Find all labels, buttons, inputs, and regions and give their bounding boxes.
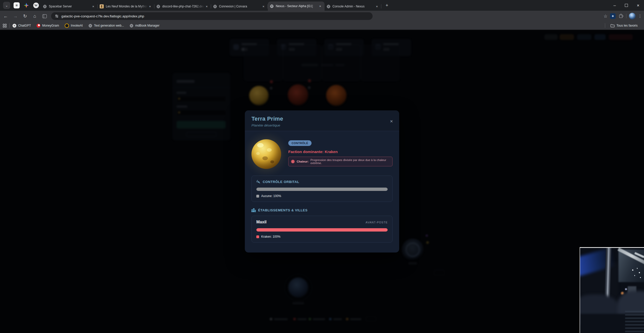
bookmark-star-icon[interactable]: ☆ <box>604 14 607 19</box>
browser-tab-strip: ⌄ ✳ W Spacebar Server ✕ Les Neuf Mondes … <box>0 0 644 11</box>
modal-header: Terra Prime Planète désertique ✕ <box>245 110 399 131</box>
tab-title: Nexus - Secteur Alpha [G1] <box>276 4 318 8</box>
close-icon: ✕ <box>637 4 640 7</box>
close-tab-icon[interactable]: ✕ <box>91 4 96 9</box>
extension-badge-icon[interactable]: ❖ <box>610 13 616 19</box>
globe-icon <box>43 5 47 8</box>
modal-close-button[interactable]: ✕ <box>390 119 393 124</box>
status-badge: CONTRÔLÉ <box>288 140 312 146</box>
warning-text: Progression des troupes divisée par deux… <box>310 158 390 165</box>
picture-in-picture-video[interactable] <box>580 247 644 333</box>
bookmark-label: mdBook Manager <box>135 24 159 27</box>
invokeai-icon <box>65 24 69 28</box>
bookmark-label: Text generation web... <box>94 24 124 27</box>
tab-title: Console Admin - Nexus <box>332 5 375 8</box>
bookmark-moneygram[interactable]: MoneyGram <box>37 24 59 28</box>
gemini-star-icon <box>24 3 29 8</box>
maximize-icon <box>625 4 628 7</box>
apps-button[interactable] <box>3 24 7 28</box>
back-icon: ← <box>3 14 8 19</box>
tab-discord-like-php-chat[interactable]: discord-like-php-chat-7262.dev ✕ <box>154 2 211 11</box>
pip-scene-blinds <box>625 311 644 333</box>
orbital-legend-text: Aucune: 100% <box>261 194 281 198</box>
window-controls: ─ ✕ <box>609 0 644 11</box>
folder-icon <box>611 24 615 27</box>
settlement-type-label: AVANT-POSTE <box>366 221 388 224</box>
forward-icon: → <box>13 14 18 19</box>
settlement-card: Maxil AVANT-POSTE Kraken: 100% <box>251 216 393 243</box>
bookmark-chatgpt[interactable]: ✳ ChatGPT <box>13 24 31 28</box>
window-minimize-button[interactable]: ─ <box>609 0 620 11</box>
orbital-control-bar <box>256 188 388 191</box>
new-tab-button[interactable]: + <box>383 2 390 9</box>
browser-menu-icon[interactable]: ⋮ <box>638 14 642 18</box>
pinned-tab-wordpress[interactable]: W <box>32 2 40 9</box>
settlement-name: Maxil <box>256 220 267 224</box>
url-text: galactic-pve-conquest-c7fe.dev.flatlogic… <box>61 14 144 18</box>
profile-avatar[interactable] <box>629 13 636 19</box>
bookmark-text-generation[interactable]: Text generation web... <box>88 24 124 28</box>
warning-label: Chaleur: <box>297 160 309 163</box>
all-bookmarks-button[interactable]: Tous les favoris <box>611 24 638 27</box>
debuff-arrow-down-icon: ↓ <box>291 160 295 163</box>
planet-image <box>251 139 281 169</box>
orbital-control-bar-fill <box>256 188 388 191</box>
tab-title: discord-like-php-chat-7262.dev <box>162 5 204 8</box>
window-close-button[interactable]: ✕ <box>632 0 644 11</box>
side-panel-icon <box>42 14 47 18</box>
tab-search-button[interactable]: ⌄ <box>3 2 10 9</box>
planet-details-modal: Terra Prime Planète désertique ✕ CONTRÔL… <box>245 110 399 252</box>
satellite-icon <box>256 180 260 184</box>
orbital-control-card: CONTRÔLE ORBITAL Aucune: 100% <box>251 176 393 202</box>
settlement-legend-text: Kraken: 100% <box>261 235 280 238</box>
dominant-faction-text: Faction dominante: Kraken <box>288 150 393 154</box>
tab-console-admin-nexus[interactable]: Console Admin - Nexus ✕ <box>325 2 381 11</box>
close-tab-icon[interactable]: ✕ <box>375 4 379 9</box>
tab-title: Connexion | Corvara <box>219 5 261 8</box>
side-panel-button[interactable] <box>40 12 49 20</box>
modal-title: Terra Prime <box>251 116 393 122</box>
minimize-icon: ─ <box>613 4 616 7</box>
bookmark-label: InvokeAI <box>71 24 83 27</box>
forward-button[interactable]: → <box>11 12 19 20</box>
pinned-tab-openai[interactable]: ✳ <box>13 2 20 9</box>
globe-icon <box>270 4 274 8</box>
openai-logo-icon: ✳ <box>14 2 20 8</box>
close-tab-icon[interactable]: ✕ <box>318 4 323 8</box>
tab-connexion-corvara[interactable]: Connexion | Corvara ✕ <box>211 2 268 11</box>
extensions-puzzle-icon[interactable] <box>619 15 623 18</box>
pinned-tab-gemini[interactable] <box>22 2 30 9</box>
bookmark-label: MoneyGram <box>42 24 59 27</box>
browser-toolbar: ← → ↻ ⌂ galactic-pve-conquest-c7fe.dev.f… <box>0 11 644 21</box>
home-icon: ⌂ <box>33 14 36 19</box>
settlements-heading: ÉTABLISSEMENTS & VILLES <box>258 208 307 212</box>
reload-button[interactable]: ↻ <box>21 12 29 20</box>
settlement-bar-fill <box>256 228 388 232</box>
moneygram-icon <box>37 24 40 28</box>
bookmarks-bar: ✳ ChatGPT MoneyGram InvokeAI Text genera… <box>0 21 644 30</box>
all-bookmarks-label: Tous les favoris <box>616 24 638 27</box>
planet-warning-box: ↓ Chaleur: Progression des troupes divis… <box>288 157 393 166</box>
tab-les-neuf-mondes[interactable]: Les Neuf Mondes de la Mytholo ✕ <box>98 2 154 11</box>
parchment-icon <box>100 4 104 8</box>
close-tab-icon[interactable]: ✕ <box>261 4 266 9</box>
close-tab-icon[interactable]: ✕ <box>204 4 209 9</box>
legend-swatch-red <box>256 235 259 238</box>
home-button[interactable]: ⌂ <box>31 12 39 20</box>
bookmark-label: ChatGPT <box>18 24 31 27</box>
window-maximize-button[interactable] <box>620 0 632 11</box>
bookmark-mdbook-manager[interactable]: mdBook Manager <box>130 24 159 28</box>
globe-icon <box>156 5 160 8</box>
tab-nexus-secteur-alpha-active[interactable]: Nexus - Secteur Alpha [G1] ✕ <box>268 2 325 11</box>
address-bar[interactable]: galactic-pve-conquest-c7fe.dev.flatlogic… <box>51 12 373 20</box>
bookmarks-divider <box>9 23 10 28</box>
wordpress-icon: W <box>33 3 39 8</box>
plus-icon: + <box>386 3 388 8</box>
bookmark-invokeai[interactable]: InvokeAI <box>65 24 83 28</box>
back-button[interactable]: ← <box>2 12 10 20</box>
tab-title: Les Neuf Mondes de la Mytholo <box>106 5 148 8</box>
chatgpt-icon: ✳ <box>13 24 16 28</box>
chevron-down-icon: ⌄ <box>5 4 8 7</box>
tab-spacebar-server[interactable]: Spacebar Server ✕ <box>41 2 98 11</box>
close-tab-icon[interactable]: ✕ <box>148 4 152 9</box>
